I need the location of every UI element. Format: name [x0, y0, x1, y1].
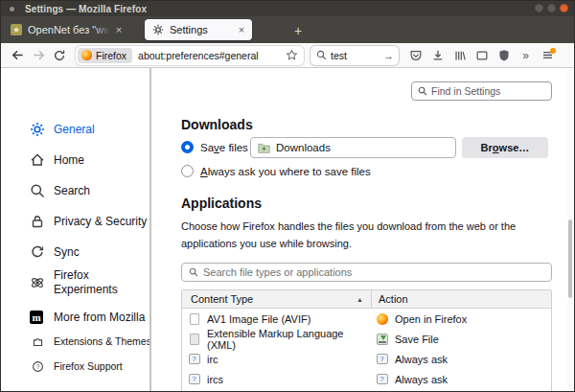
search-icon	[189, 267, 198, 277]
file-icon	[188, 312, 200, 325]
sidebar-label: General	[54, 123, 95, 136]
action-cell[interactable]: Always ask	[395, 354, 448, 365]
navigation-toolbar: Firefox about:preferences#general test →	[1, 43, 574, 68]
search-icon	[316, 50, 327, 60]
settings-page: General Home Search Privacy & Security	[1, 68, 574, 392]
firefox-logo-icon	[81, 50, 92, 60]
tab-opennet[interactable]: ★ OpenNet без "www" - мини ×	[7, 19, 129, 40]
bookmark-star-icon[interactable]	[286, 49, 298, 61]
atom-icon	[30, 275, 45, 290]
sidebar-label: Firefox Support	[54, 360, 123, 372]
radio-unselected[interactable]	[181, 165, 194, 177]
download-path-value: Downloads	[276, 142, 331, 153]
applications-search[interactable]	[181, 263, 552, 282]
table-row[interactable]: ?ircs ?Always ask	[182, 369, 551, 389]
table-row[interactable]: ?irc ?Always ask	[182, 349, 551, 369]
tab-close-icon[interactable]: ×	[112, 23, 126, 36]
update-notification-dot	[550, 48, 556, 54]
sidebar-item-firefox-support[interactable]: ? Firefox Support	[1, 354, 145, 379]
shield-extension-icon[interactable]	[493, 46, 515, 65]
mozilla-icon: m	[30, 311, 43, 324]
search-bar[interactable]: test →	[310, 46, 399, 65]
sidebar-label: Extensions & Themes	[54, 335, 151, 347]
titlebar: Settings — Mozilla Firefox	[1, 1, 574, 16]
content-type-cell: ircs	[207, 374, 223, 385]
action-cell[interactable]: Save File	[395, 334, 439, 345]
question-bubble-icon: ?	[376, 353, 388, 365]
column-header-content-type[interactable]: Content Type ▲	[182, 290, 372, 308]
content-type-cell: AV1 Image File (AVIF)	[207, 313, 310, 325]
sidebar-item-firefox-experiments[interactable]: Firefox Experiments	[1, 264, 145, 302]
back-button[interactable]	[7, 46, 28, 65]
url-bar[interactable]: Firefox about:preferences#general	[76, 46, 304, 65]
sidebar-toggle-icon[interactable]	[471, 46, 493, 65]
close-button[interactable]	[560, 4, 568, 12]
sidebar-item-privacy-security[interactable]: Privacy & Security	[1, 206, 145, 237]
search-icon	[30, 183, 45, 198]
always-ask-option[interactable]: Always ask you where to save files	[181, 165, 371, 177]
tab-title: OpenNet без "www" - мини	[28, 24, 110, 35]
maximize-button[interactable]	[547, 4, 556, 12]
overflow-chevron-icon[interactable]: »	[515, 46, 537, 65]
tab-title: Settings	[170, 24, 208, 35]
search-go-icon[interactable]: →	[383, 50, 394, 61]
reload-button[interactable]	[49, 46, 70, 65]
sidebar-label: Privacy & Security	[54, 215, 147, 228]
settings-sidebar: General Home Search Privacy & Security	[1, 68, 145, 392]
downloads-icon[interactable]	[426, 46, 448, 65]
gear-icon	[152, 24, 164, 35]
sort-ascending-icon: ▲	[356, 296, 363, 303]
action-cell[interactable]: Always ask	[395, 374, 448, 385]
search-icon	[418, 86, 427, 96]
xml-file-icon	[188, 333, 200, 345]
action-cell[interactable]: Open in Firefox	[395, 313, 467, 325]
content-type-cell: irc	[207, 354, 218, 365]
new-tab-button[interactable]: +	[288, 21, 308, 40]
pocket-icon[interactable]	[404, 46, 426, 65]
sidebar-divider	[150, 68, 151, 392]
library-icon[interactable]	[448, 46, 471, 65]
content-type-cell: Extensible Markup Language (XML)	[207, 328, 372, 351]
table-row[interactable]: AV1 Image File (AVIF) Open in Firefox	[182, 309, 551, 329]
table-header: Content Type ▲ Action	[182, 290, 551, 309]
table-row[interactable]: Extensible Markup Language (XML) Save Fi…	[182, 329, 551, 349]
help-icon: ?	[32, 360, 44, 373]
url-text[interactable]: about:preferences#general	[138, 50, 286, 61]
downloads-folder-icon	[258, 142, 270, 153]
identity-label: Firefox	[96, 50, 126, 61]
downloads-heading: Downloads	[181, 117, 253, 132]
firefox-window: Settings — Mozilla Firefox ★ OpenNet без…	[0, 0, 575, 392]
tab-settings[interactable]: Settings ×	[145, 19, 252, 40]
settings-main: Downloads Save files to Downloads Browse…	[181, 68, 552, 392]
sidebar-item-search[interactable]: Search	[1, 175, 145, 206]
applications-search-input[interactable]	[203, 266, 551, 278]
home-icon	[30, 152, 45, 168]
firefox-icon	[376, 312, 388, 325]
applications-table: Content Type ▲ Action AV1 Image File (AV…	[181, 289, 552, 392]
menu-hamburger-icon[interactable]	[537, 46, 559, 65]
sidebar-item-home[interactable]: Home	[1, 145, 145, 175]
column-header-action[interactable]: Action	[372, 293, 408, 305]
always-ask-label: Always ask you where to save files	[200, 166, 371, 177]
identity-chip[interactable]: Firefox	[78, 48, 132, 63]
radio-selected[interactable]	[181, 141, 194, 153]
search-value[interactable]: test	[331, 50, 347, 61]
window-controls	[535, 4, 568, 12]
puzzle-icon	[32, 335, 44, 348]
applications-description: Choose how Firefox handles the files you…	[181, 219, 552, 252]
sidebar-label: Home	[54, 153, 84, 167]
opennet-favicon: ★	[11, 24, 22, 35]
tab-close-icon[interactable]: ×	[235, 23, 248, 36]
sidebar-label: Firefox Experiments	[54, 268, 138, 297]
sidebar-item-extensions-themes[interactable]: Extensions & Themes	[1, 329, 145, 354]
browse-button[interactable]: Browse…	[462, 137, 548, 158]
find-in-settings[interactable]	[411, 81, 552, 101]
sidebar-item-general[interactable]: General	[1, 114, 145, 145]
scrollbar-thumb[interactable]	[568, 219, 572, 298]
save-file-icon	[376, 333, 388, 345]
forward-button[interactable]	[28, 46, 49, 65]
minimize-button[interactable]	[535, 4, 543, 12]
save-files-to-option[interactable]: Save files to	[181, 141, 261, 153]
find-in-settings-input[interactable]	[431, 85, 551, 97]
download-path-input[interactable]: Downloads	[250, 137, 456, 158]
